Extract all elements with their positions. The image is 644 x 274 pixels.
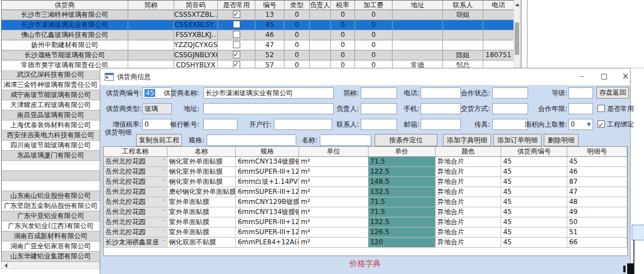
list-horizontal-scrollbar[interactable] [1,262,100,269]
common-checkbox-group[interactable]: 是否常用 [598,103,634,114]
chevron-down-icon[interactable]: ˅ [162,157,165,166]
table-row[interactable]: 长沙市潇湘玻璃实业有限公司 CSSXXBLSY.. 45 0 0 0 [2,20,514,30]
scrollbar-thumb[interactable] [515,22,519,55]
cell-project-combo[interactable]: 岳州北控花园˅ [104,207,167,217]
grid-row[interactable]: 岳州北控花园˅ 磨砂钢化室外单面贴膜 6mmSUPER-III+12A(硅.. … [104,187,627,197]
column-header[interactable]: 负责人 [310,1,331,10]
column-header[interactable]: 编号 [255,1,284,10]
bank-field[interactable] [274,119,332,130]
column-header[interactable]: 加工费 [355,1,393,10]
list-item[interactable]: 广东中亚铝业有限公司 [2,211,100,221]
list-item[interactable]: 湘潭三金特种玻璃有限责任公司 [2,80,100,90]
common-checkbox[interactable] [233,51,240,58]
common-checkbox[interactable] [233,21,240,28]
copy-current-project-button[interactable]: 复制当前工程 [136,134,182,146]
add-dictionary-detail-button[interactable]: 添加字典明细 [443,134,491,146]
list-item[interactable]: 四川南玻节能玻璃有限公司 [2,141,100,151]
minimize-button[interactable]: – [571,68,593,85]
common-checkbox[interactable] [233,41,240,48]
cell-project-combo[interactable]: 岳州北控花园˅ [104,217,167,227]
add-order-detail-button[interactable]: 添加订单明细 [493,134,542,146]
scroll-left-icon[interactable] [4,263,7,268]
table-row[interactable]: 佛山市亿鑫玻璃科技有限公司 FSSYXBLKJ.. 46 0 0 0 [2,30,514,40]
grid-row[interactable]: 岳州北控花园˅ 室外单面贴膜 6mmSUPER-III+12A(硅.. m² 1… [104,227,627,238]
grid-column-header[interactable]: 工程名称 [104,147,167,157]
chevron-down-icon[interactable]: ˅ [162,238,165,247]
close-button[interactable]: × [614,68,637,85]
bank-account-field[interactable] [203,119,237,130]
contact-field[interactable] [361,119,397,130]
list-item[interactable]: 西安佳吉美电力科技有限公司 [2,131,100,141]
grid-row[interactable]: 岳州北控花园˅ 钢化室外单面贴膜 6mmSUPER-III+12A(硅.. m²… [104,167,627,177]
cell-project-combo[interactable]: 长沙龙湖祺鑫星座˅ [104,238,167,248]
common-checkbox[interactable] [233,11,240,18]
chevron-down-icon[interactable]: ˅ [162,227,165,237]
table-row[interactable]: 长沙晟格节能玻璃有限公司 CSSGJNBLYXGS 52 0 0 0 陈姐 18… [2,50,514,61]
table-row[interactable]: 长沙市三湘特种玻璃有限公司 CSSSXTZBL.. 13 0 0 0 胡姐 [2,10,514,20]
maximize-button[interactable]: □ [593,68,615,85]
grid-row[interactable]: 岳州北控花园˅ 钢化室外单面贴膜 6mm白玻+1.14PVB+6mm.. m² … [104,177,627,187]
list-item[interactable] [2,181,100,191]
cell-project-combo[interactable]: 岳州北控花园˅ [104,197,167,207]
save-return-button[interactable]: 存盘返回 [596,87,629,99]
grid-row[interactable]: 岳州北控花园˅ 室外单面贴膜 6mmSUPER-III+12A(硅.. m² 1… [104,217,627,227]
grid-column-header[interactable]: 单价 [368,147,436,157]
area-round-combo[interactable]: ▼0 [568,119,593,130]
list-item[interactable] [2,161,100,171]
dialog-titlebar[interactable]: 供货商信息 – □ × [100,68,630,85]
chevron-down-icon[interactable]: ˅ [162,177,165,187]
column-header[interactable]: 简音码 [174,1,218,10]
grid-row[interactable]: 岳州北控花园˅ 钢化室外单面贴膜 6mmCNY134镀膜钢化 m² 71.5 异… [104,157,627,167]
spec-filter-input[interactable] [207,134,296,146]
common-checkbox[interactable] [598,105,605,112]
cell-project-combo[interactable]: 岳州北控花园˅ [104,227,167,238]
list-item[interactable] [2,171,100,181]
cell-project-combo[interactable]: 岳州北控花园˅ [104,157,167,167]
column-header[interactable]: 供货商 [2,1,128,10]
list-item[interactable]: 上海优泰装饰材料有限公司 [2,120,100,131]
list-item[interactable]: 咸宁南玻节能玻璃有限公司 [2,90,100,100]
table-vertical-scrollbar[interactable] [514,1,520,68]
coop-status-field[interactable] [492,87,528,99]
delivery-field[interactable] [492,103,528,114]
grade-field[interactable] [568,87,593,99]
list-item[interactable]: 天津耀皮工程玻璃有限公司 [2,100,100,110]
common-checkbox[interactable] [233,31,240,38]
grid-row[interactable]: 岳州北控花园˅ 室外单面贴膜 6mmCNY134镀膜钢化 m² 71.5 异地合… [104,207,627,217]
project-bind-checkbox-group[interactable]: 工程绑定 [598,119,634,130]
list-item[interactable]: 广东坚朗五金制品股份有限公司 [2,201,100,211]
address-field[interactable] [203,103,334,114]
grid-column-header[interactable]: 明细号 [567,147,627,157]
chevron-down-icon[interactable]: ˅ [162,217,165,227]
column-header[interactable]: 类型 [284,1,310,10]
grid-column-header[interactable]: 供货商编号 [501,147,567,157]
grid-row[interactable]: 岳州北控花园˅ 室外单面贴膜 6mmCNY129B镀膜钢化 m² 71.5 异地… [104,197,627,207]
cell-project-combo[interactable]: 岳州北控花园˅ [104,187,167,197]
column-header[interactable]: 地址 [393,1,443,10]
locate-by-condition-button[interactable]: 按条件定位 [375,134,437,146]
chevron-down-icon[interactable]: ˅ [162,197,165,207]
column-header[interactable]: 联系人 [443,1,483,10]
list-item[interactable]: 东晶玻璃厦门有限公司 [2,151,100,161]
supplier-name-field[interactable]: 长沙市潇湘玻璃实业有限公司 [203,87,334,99]
chevron-down-icon[interactable]: ˅ [162,167,165,177]
chevron-down-icon[interactable]: ˅ [162,187,165,197]
cell-project-combo[interactable]: 岳州北控花园˅ [104,167,167,177]
column-header[interactable]: 税率 [331,1,355,10]
grid-column-header[interactable]: 名称 [167,147,236,157]
list-item[interactable]: 南昌亚晶玻璃有限公司 [2,110,100,120]
grid-row[interactable]: 长沙龙湖祺鑫星座˅ 钢化双面不贴膜 6mmPLE84+12A(硅酮胶.. m² … [104,238,627,248]
name-filter-input[interactable] [320,134,371,146]
abbr-field[interactable] [361,87,397,99]
list-item[interactable]: 武汉亿深科技有限公司 [2,70,100,80]
list-item[interactable]: 山东南山铝业股份有限公司 [2,191,100,201]
project-bind-checkbox[interactable] [598,120,605,128]
list-item[interactable]: 山东华建铝业集团有限公司 [2,252,100,262]
delete-detail-button[interactable]: 删除明细 [544,134,578,146]
list-item[interactable]: 广东兴发铝业(江西)有限公司 [2,221,100,231]
cell-project-combo[interactable]: 岳州北控花园˅ [104,177,167,187]
list-item[interactable]: 湖南广亚全铝家居有限公司 [2,242,100,252]
list-item[interactable]: 湖南百成新材料有限公司 [2,231,100,242]
coop-years-field[interactable] [568,103,593,114]
scroll-up-icon[interactable] [515,3,520,6]
